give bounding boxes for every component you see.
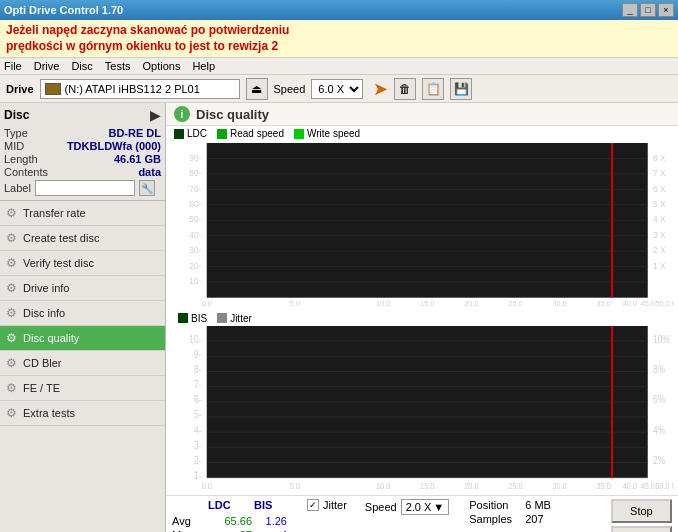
sidebar-item-disc-info[interactable]: ⚙ Disc info xyxy=(0,301,165,326)
menu-file[interactable]: File xyxy=(4,60,22,72)
sidebar-item-drive-info[interactable]: ⚙ Drive info xyxy=(0,276,165,301)
svg-text:50.0 GB: 50.0 GB xyxy=(655,299,674,308)
drive-select[interactable]: (N:) ATAPI iHBS112 2 PL01 xyxy=(40,79,240,99)
disc-type-label: Type xyxy=(4,127,28,139)
sidebar-item-verify-test-disc[interactable]: ⚙ Verify test disc xyxy=(0,251,165,276)
avg-bis: 1.26 xyxy=(262,515,287,527)
sidebar-item-extra-tests[interactable]: ⚙ Extra tests xyxy=(0,401,165,426)
legend-ldc-box xyxy=(174,129,184,139)
disc-mid-value: TDKBLDWfa (000) xyxy=(67,140,161,152)
svg-text:80-: 80- xyxy=(189,168,201,178)
disc-quality-title: Disc quality xyxy=(196,107,269,122)
legend-write-speed-box xyxy=(294,129,304,139)
svg-text:5 X: 5 X xyxy=(653,199,666,209)
jitter-checkbox[interactable]: ✓ xyxy=(307,499,319,511)
extra-tests-icon: ⚙ xyxy=(6,406,17,420)
main-content: Disc ▶ Type BD-RE DL MID TDKBLDWfa (000)… xyxy=(0,103,678,532)
disc-quality-label: Disc quality xyxy=(23,332,79,344)
disc-arrow[interactable]: ▶ xyxy=(150,107,161,123)
legend-write-speed-label: Write speed xyxy=(307,128,360,139)
transfer-rate-icon: ⚙ xyxy=(6,206,17,220)
maximize-button[interactable]: □ xyxy=(640,3,656,17)
stats-bar: LDC BIS Avg 65.66 1.26 Max 87 4 Total 65… xyxy=(166,495,678,532)
svg-text:20-: 20- xyxy=(189,261,201,271)
position-row: Position 6 MB xyxy=(469,499,560,511)
label-input[interactable] xyxy=(35,180,135,196)
disc-label-text: Label xyxy=(4,182,31,194)
disc-mid-label: MID xyxy=(4,140,24,152)
close-button[interactable]: × xyxy=(658,3,674,17)
transfer-rate-label: Transfer rate xyxy=(23,207,86,219)
eject-button[interactable]: ⏏ xyxy=(246,78,268,100)
fe-te-label: FE / TE xyxy=(23,382,60,394)
menu-options[interactable]: Options xyxy=(142,60,180,72)
title-bar-buttons: _ □ × xyxy=(622,3,674,17)
speed-stat-label: Speed xyxy=(365,501,397,513)
speed-stat-select[interactable]: 2.0 X ▼ xyxy=(401,499,450,515)
legend-ldc: LDC xyxy=(174,128,207,139)
svg-text:25.0: 25.0 xyxy=(508,479,522,490)
warning-line1: Jeżeli napęd zaczyna skanować po potwier… xyxy=(6,23,289,37)
legend-bis-label: BIS xyxy=(191,313,207,324)
create-test-disc-label: Create test disc xyxy=(23,232,99,244)
menu-tests[interactable]: Tests xyxy=(105,60,131,72)
svg-text:90-: 90- xyxy=(189,153,201,163)
legend-jitter: Jitter xyxy=(217,313,252,324)
jitter-label: Jitter xyxy=(323,499,347,511)
bis-header: BIS xyxy=(254,499,284,511)
menu-drive[interactable]: Drive xyxy=(34,60,60,72)
svg-text:30.0: 30.0 xyxy=(552,479,566,490)
minimize-button[interactable]: _ xyxy=(622,3,638,17)
start-part-button[interactable]: Start part xyxy=(611,526,672,532)
toolbar: Drive (N:) ATAPI iHBS112 2 PL01 ⏏ Speed … xyxy=(0,75,678,103)
disc-quality-header: i Disc quality xyxy=(166,103,678,126)
avg-label: Avg xyxy=(172,515,207,527)
svg-text:60-: 60- xyxy=(189,199,201,209)
sidebar-item-disc-quality[interactable]: ⚙ Disc quality xyxy=(0,326,165,351)
sidebar-item-create-test-disc[interactable]: ⚙ Create test disc xyxy=(0,226,165,251)
action-buttons: Stop Start part xyxy=(611,499,672,532)
disc-length-row: Length 46.61 GB xyxy=(4,153,161,165)
warning-bar: Jeżeli napęd zaczyna skanować po potwier… xyxy=(0,20,678,58)
save-button[interactable]: 💾 xyxy=(450,78,472,100)
disc-length-value: 46.61 GB xyxy=(114,153,161,165)
menu-help[interactable]: Help xyxy=(192,60,215,72)
svg-text:9-: 9- xyxy=(194,347,201,359)
disc-quality-icon: ⚙ xyxy=(6,331,17,345)
svg-text:1 X: 1 X xyxy=(653,261,666,271)
verify-test-disc-icon: ⚙ xyxy=(6,256,17,270)
position-label: Position xyxy=(469,499,519,511)
cd-bler-label: CD Bler xyxy=(23,357,62,369)
menu-disc[interactable]: Disc xyxy=(71,60,92,72)
warning-line2: prędkości w górnym okienku to jest to re… xyxy=(6,39,278,53)
svg-text:7-: 7- xyxy=(194,378,201,390)
svg-text:2-: 2- xyxy=(194,453,201,465)
svg-text:2 X: 2 X xyxy=(653,245,666,255)
disc-contents-row: Contents data xyxy=(4,166,161,178)
svg-text:30-: 30- xyxy=(189,245,201,255)
speed-dropdown-icon: ▼ xyxy=(433,501,444,513)
sidebar-item-fe-te[interactable]: ⚙ FE / TE xyxy=(0,376,165,401)
svg-text:15.0: 15.0 xyxy=(420,299,434,308)
legend-bis: BIS xyxy=(178,313,207,324)
erase-button[interactable]: 🗑 xyxy=(394,78,416,100)
disc-panel-header: Disc ▶ xyxy=(4,107,161,123)
stop-button[interactable]: Stop xyxy=(611,499,672,523)
cd-bler-icon: ⚙ xyxy=(6,356,17,370)
jitter-section: ✓ Jitter xyxy=(307,499,347,511)
chart2-legend: BIS Jitter xyxy=(170,311,674,326)
svg-text:70-: 70- xyxy=(189,184,201,194)
copy-button[interactable]: 📋 xyxy=(422,78,444,100)
drive-name: (N:) ATAPI iHBS112 2 PL01 xyxy=(65,83,200,95)
drive-icon xyxy=(45,83,61,95)
legend-read-speed-label: Read speed xyxy=(230,128,284,139)
speed-select[interactable]: 6.0 X 4.0 X 2.0 X xyxy=(311,79,363,99)
svg-text:35.0: 35.0 xyxy=(597,299,611,308)
chart-area: i Disc quality LDC Read speed Write spee… xyxy=(166,103,678,532)
sidebar-item-cd-bler[interactable]: ⚙ CD Bler xyxy=(0,351,165,376)
svg-text:3-: 3- xyxy=(194,438,201,450)
label-edit-button[interactable]: 🔧 xyxy=(139,180,155,196)
sidebar-item-transfer-rate[interactable]: ⚙ Transfer rate xyxy=(0,201,165,226)
svg-text:25.0: 25.0 xyxy=(508,299,522,308)
disc-contents-value: data xyxy=(138,166,161,178)
